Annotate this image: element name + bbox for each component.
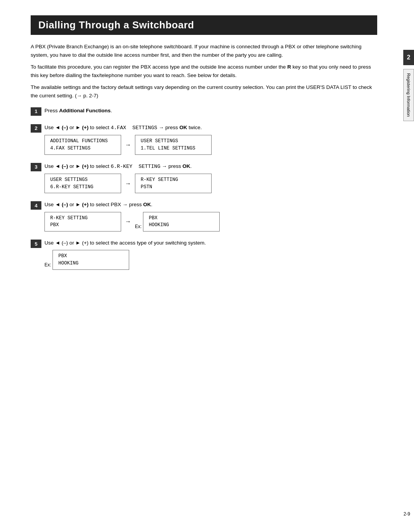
- intro-p2: To facilitate this procedure, you can re…: [31, 63, 377, 79]
- page-wrapper: Dialling Through a Switchboard A PBX (Pr…: [0, 0, 414, 532]
- step-5-number: 5: [31, 240, 41, 248]
- step-4-lcd-right-line1: PBX: [149, 215, 214, 222]
- step-4-text: Use ◄ (–) or ► (+) to select PBX → press…: [44, 201, 377, 209]
- intro-p1: A PBX (Private Branch Exchange) is an on…: [31, 43, 377, 59]
- step-1-text: Press Additional Functions.: [44, 107, 377, 115]
- step-2: 2 Use ◄ (–) or ► (+) to select 4.FAX SET…: [31, 124, 377, 156]
- step-1-bold: Additional Functions: [59, 108, 110, 113]
- step-4-lcd-right: PBX HOOKING: [143, 212, 220, 232]
- step-5-text: Use ◄ (–) or ► (+) to select the access …: [44, 239, 377, 247]
- step-3-number: 3: [31, 163, 41, 171]
- step-5-box-wrapper: Ex: PBX HOOKING: [44, 250, 377, 270]
- step-2-content: Use ◄ (–) or ► (+) to select 4.FAX SETTI…: [44, 124, 377, 156]
- step-4-number: 4: [31, 201, 41, 210]
- step-5-content: Use ◄ (–) or ► (+) to select the access …: [44, 239, 377, 270]
- step-1: 1 Press Additional Functions.: [31, 107, 377, 118]
- step-5-lcd-line1: PBX: [58, 253, 123, 260]
- step-1-content: Press Additional Functions.: [44, 107, 377, 118]
- step-3-lcd-left: USER SETTINGS 6.R-KEY SETTING: [44, 174, 121, 194]
- step-3: 3 Use ◄ (–) or ► (+) to select 6.R-KEY S…: [31, 163, 377, 195]
- step-2-arrow: →: [125, 141, 131, 148]
- step-1-number: 1: [31, 107, 41, 116]
- step-4-lcd-left: R-KEY SETTING PBX: [44, 212, 121, 232]
- step-4: 4 Use ◄ (–) or ► (+) to select PBX → pre…: [31, 201, 377, 233]
- section-number-tab: 2: [403, 50, 414, 65]
- step-4-ex-label: Ex:: [135, 224, 141, 229]
- step-3-text: Use ◄ (–) or ► (+) to select 6.R-KEY SET…: [44, 163, 377, 171]
- step-4-lcd-right-line2: HOOKING: [149, 222, 214, 229]
- step-2-lcd-row: ADDITIONAL FUNCTIONS 4.FAX SETTINGS → US…: [44, 135, 377, 155]
- step-2-lcd-right-line1: USER SETTINGS: [141, 138, 206, 145]
- step-2-lcd-left: ADDITIONAL FUNCTIONS 4.FAX SETTINGS: [44, 135, 121, 155]
- step-5-lcd-line2: HOOKING: [58, 260, 123, 267]
- step-3-lcd-right-line1: R-KEY SETTING: [141, 176, 206, 184]
- step-2-text: Use ◄ (–) or ► (+) to select 4.FAX SETTI…: [44, 124, 377, 132]
- step-4-lcd-left-line2: PBX: [50, 222, 115, 229]
- sidebar-tab: Registering Information: [403, 69, 414, 121]
- step-3-lcd-right-line2: PSTN: [141, 184, 206, 191]
- step-2-number: 2: [31, 124, 41, 133]
- step-2-lcd-right-line2: 1.TEL LINE SETTINGS: [141, 145, 206, 152]
- step-5-lcd: PBX HOOKING: [53, 250, 129, 270]
- step-4-lcd-left-line1: R-KEY SETTING: [50, 215, 115, 222]
- step-2-lcd-left-line2: 4.FAX SETTINGS: [50, 145, 115, 152]
- sidebar: 2 Registering Information 2-9: [400, 0, 414, 532]
- main-content: Dialling Through a Switchboard A PBX (Pr…: [0, 0, 400, 532]
- step-2-lcd-right: USER SETTINGS 1.TEL LINE SETTINGS: [135, 135, 212, 155]
- step-4-content: Use ◄ (–) or ► (+) to select PBX → press…: [44, 201, 377, 233]
- page-number: 2-9: [404, 511, 410, 517]
- step-3-content: Use ◄ (–) or ► (+) to select 6.R-KEY SET…: [44, 163, 377, 195]
- step-4-lcd-row: R-KEY SETTING PBX → Ex: PBX HOOKING: [44, 212, 377, 232]
- step-3-lcd-left-line1: USER SETTINGS: [50, 176, 115, 184]
- intro-p3: The available settings and the factory d…: [31, 83, 377, 100]
- step-2-lcd-left-line1: ADDITIONAL FUNCTIONS: [50, 138, 115, 145]
- step-3-arrow: →: [125, 180, 131, 187]
- step-4-arrow: →: [125, 218, 131, 225]
- step-5-ex-label: Ex:: [44, 262, 51, 268]
- step-3-lcd-left-line2: 6.R-KEY SETTING: [50, 184, 115, 191]
- step-5: 5 Use ◄ (–) or ► (+) to select the acces…: [31, 239, 377, 270]
- page-title: Dialling Through a Switchboard: [31, 15, 377, 35]
- step-3-lcd-row: USER SETTINGS 6.R-KEY SETTING → R-KEY SE…: [44, 174, 377, 194]
- step-3-lcd-right: R-KEY SETTING PSTN: [135, 174, 212, 194]
